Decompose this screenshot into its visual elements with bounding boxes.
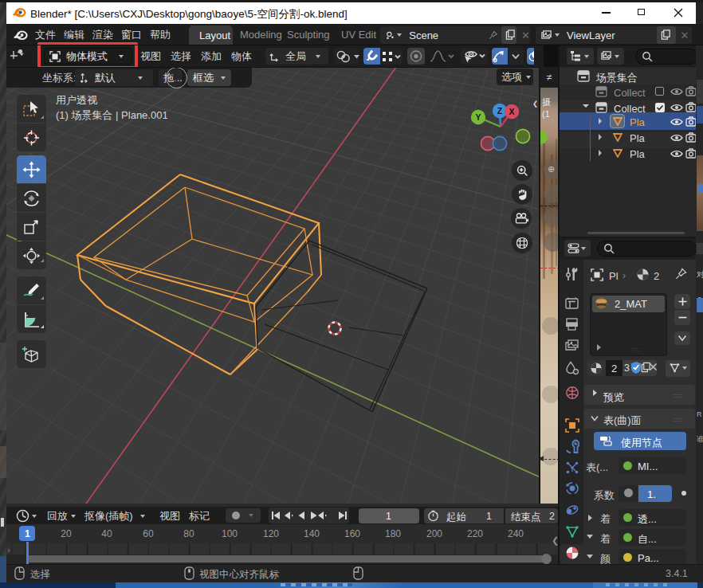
svg-text:Y: Y [475,112,481,122]
svg-text:X: X [509,107,514,116]
svg-text:Z: Z [497,106,503,116]
